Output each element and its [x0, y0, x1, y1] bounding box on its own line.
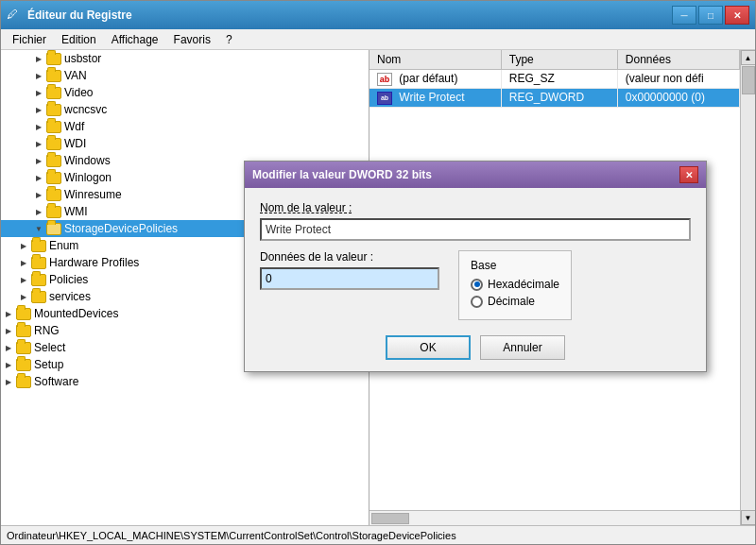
base-group: Base Hexadécimale Décimale: [458, 250, 572, 320]
dialog-data-label: Données de la valeur :: [260, 250, 439, 264]
dialog-cancel-button[interactable]: Annuler: [480, 335, 565, 360]
radio-dec[interactable]: [471, 296, 483, 308]
dialog-title-text: Modifier la valeur DWORD 32 bits: [252, 168, 432, 181]
dialog-value-section: Données de la valeur :: [260, 250, 439, 290]
dialog-name-label: Nom de la valeur :: [260, 201, 691, 214]
dialog-ok-button[interactable]: OK: [386, 335, 471, 360]
dialog-title-bar: Modifier la valeur DWORD 32 bits ✕: [245, 162, 706, 188]
modal-overlay: Modifier la valeur DWORD 32 bits ✕ Nom d…: [0, 0, 756, 545]
dialog-close-button[interactable]: ✕: [679, 166, 698, 183]
dialog-body: Nom de la valeur : Données de la valeur …: [245, 188, 706, 371]
dialog-name-input[interactable]: [260, 218, 691, 241]
dialog-buttons: OK Annuler: [260, 335, 691, 360]
dialog-data-input[interactable]: [260, 267, 439, 290]
radio-hex-label: Hexadécimale: [488, 278, 559, 291]
base-group-title: Base: [471, 259, 559, 272]
radio-dec-row[interactable]: Décimale: [471, 295, 559, 308]
radio-hex-row[interactable]: Hexadécimale: [471, 278, 559, 291]
radio-dec-label: Décimale: [488, 295, 535, 308]
dialog-value-row: Données de la valeur : Base Hexadécimale…: [260, 250, 691, 320]
radio-hex[interactable]: [471, 279, 483, 291]
dword-dialog: Modifier la valeur DWORD 32 bits ✕ Nom d…: [244, 161, 707, 372]
